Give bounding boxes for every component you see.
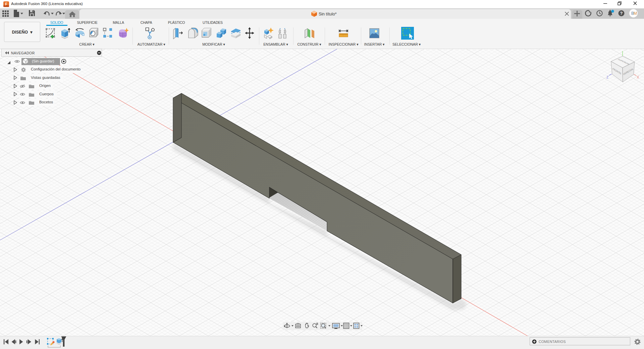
svg-text:?: ? <box>620 11 623 16</box>
svg-text:X: X <box>637 75 639 79</box>
svg-text:Z: Z <box>606 75 609 79</box>
svg-text:F: F <box>5 2 7 6</box>
svg-text:M: M <box>634 11 637 16</box>
